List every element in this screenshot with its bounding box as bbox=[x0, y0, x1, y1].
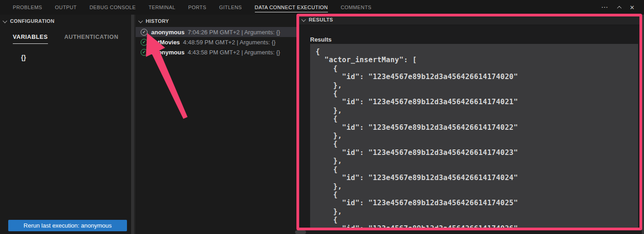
json-line: "id": "123e4567e89b12d3a456426614174020" bbox=[316, 73, 638, 81]
json-line: { bbox=[316, 191, 638, 199]
maximize-panel-icon[interactable] bbox=[614, 3, 623, 12]
variables-value: {} bbox=[21, 54, 135, 61]
history-row-anonymous-1[interactable]: anonymous 7:04:26 PM GMT+2 | Arguments: … bbox=[136, 27, 298, 37]
tab-data-connect-execution[interactable]: DATA CONNECT EXECUTION bbox=[248, 0, 334, 15]
json-line: "id": "123e4567e89b12d3a456426614174021" bbox=[316, 98, 638, 106]
json-line: }, bbox=[316, 81, 638, 90]
tab-problems[interactable]: PROBLEMS bbox=[6, 0, 48, 15]
chevron-down-icon bbox=[138, 18, 143, 23]
chevron-down-icon bbox=[3, 18, 7, 23]
configuration-panel: CONFIGURATION VARIABLES AUTHENTICATION {… bbox=[0, 15, 135, 234]
json-line: { bbox=[316, 64, 638, 73]
history-row-anonymous-2[interactable]: anonymous 4:43:58 PM GMT+2 | Arguments: … bbox=[136, 47, 298, 57]
results-section-header[interactable]: RESULTS bbox=[299, 15, 641, 25]
check-circle-icon bbox=[141, 49, 148, 56]
results-json-output: { "actor_insertMany": [ { "id": "123e456… bbox=[310, 44, 638, 229]
configuration-tabs: VARIABLES AUTHENTICATION bbox=[0, 34, 135, 44]
tab-comments[interactable]: COMMENTS bbox=[334, 0, 378, 15]
history-section-header[interactable]: HISTORY bbox=[136, 16, 298, 26]
chevron-up-icon bbox=[617, 5, 621, 10]
panel-tabs: PROBLEMS OUTPUT DEBUG CONSOLE TERMINAL P… bbox=[0, 0, 378, 15]
check-circle-icon bbox=[141, 29, 148, 36]
results-header-label: RESULTS bbox=[309, 17, 333, 22]
configuration-header-label: CONFIGURATION bbox=[10, 18, 54, 24]
json-line: "actor_insertMany": [ bbox=[316, 56, 638, 64]
json-line: }, bbox=[316, 207, 638, 216]
json-line: "id": "123e4567e89b12d3a456426614174026" bbox=[316, 224, 638, 229]
tab-gitlens[interactable]: GITLENS bbox=[213, 0, 248, 15]
json-line: "id": "123e4567e89b12d3a456426614174022" bbox=[316, 123, 638, 132]
json-line: { bbox=[316, 48, 638, 56]
json-line: { bbox=[316, 140, 638, 148]
data-connect-execution-panel: PROBLEMS OUTPUT DEBUG CONSOLE TERMINAL P… bbox=[0, 0, 644, 234]
history-row-listmovies[interactable]: listMovies 4:48:59 PM GMT+2 | Arguments:… bbox=[136, 37, 298, 47]
results-scrollbar[interactable] bbox=[642, 15, 644, 234]
execution-details: 4:48:59 PM GMT+2 | Arguments: {} bbox=[183, 39, 275, 46]
json-line: "id": "123e4567e89b12d3a456426614174023" bbox=[316, 149, 638, 157]
json-line: "id": "123e4567e89b12d3a456426614174024" bbox=[316, 174, 638, 182]
execution-details: 7:04:26 PM GMT+2 | Arguments: {} bbox=[188, 29, 280, 36]
history-panel: HISTORY anonymous 7:04:26 PM GMT+2 | Arg… bbox=[136, 15, 298, 234]
json-line: { bbox=[316, 115, 638, 123]
tab-variables[interactable]: VARIABLES bbox=[13, 34, 48, 44]
json-line: { bbox=[316, 165, 638, 174]
tab-terminal[interactable]: TERMINAL bbox=[142, 0, 182, 15]
json-line: { bbox=[316, 216, 638, 224]
panel-tab-bar: PROBLEMS OUTPUT DEBUG CONSOLE TERMINAL P… bbox=[0, 0, 644, 15]
execution-details: 4:43:58 PM GMT+2 | Arguments: {} bbox=[188, 49, 280, 56]
close-panel-icon[interactable]: ✕ bbox=[628, 3, 637, 12]
panel-window-controls: ⋯ ✕ bbox=[600, 3, 644, 12]
json-line: }, bbox=[316, 157, 638, 165]
check-circle-icon bbox=[141, 39, 148, 46]
more-actions-icon[interactable]: ⋯ bbox=[600, 3, 609, 12]
tab-output[interactable]: OUTPUT bbox=[48, 0, 83, 15]
execution-name: anonymous bbox=[151, 29, 185, 36]
execution-name: anonymous bbox=[151, 49, 185, 56]
json-line: }, bbox=[316, 132, 638, 140]
tab-debug-console[interactable]: DEBUG CONSOLE bbox=[83, 0, 142, 15]
results-title: Results bbox=[310, 36, 641, 43]
execution-name: listMovies bbox=[151, 39, 180, 46]
configuration-scrollbar[interactable] bbox=[131, 15, 134, 234]
tab-authentication[interactable]: AUTHENTICATION bbox=[64, 34, 119, 44]
configuration-section-header[interactable]: CONFIGURATION bbox=[0, 16, 135, 26]
json-line: }, bbox=[316, 182, 638, 191]
json-line: { bbox=[316, 90, 638, 98]
chevron-down-icon bbox=[301, 17, 306, 21]
tab-ports[interactable]: PORTS bbox=[182, 0, 213, 15]
json-line: }, bbox=[316, 106, 638, 115]
rerun-last-execution-button[interactable]: Rerun last execution: anonymous bbox=[8, 220, 127, 231]
scrollbar-nub[interactable] bbox=[295, 230, 306, 234]
json-line: "id": "123e4567e89b12d3a456426614174025" bbox=[316, 199, 638, 207]
results-panel: RESULTS Results { "actor_insertMany": [ … bbox=[299, 15, 641, 234]
history-header-label: HISTORY bbox=[146, 18, 169, 24]
